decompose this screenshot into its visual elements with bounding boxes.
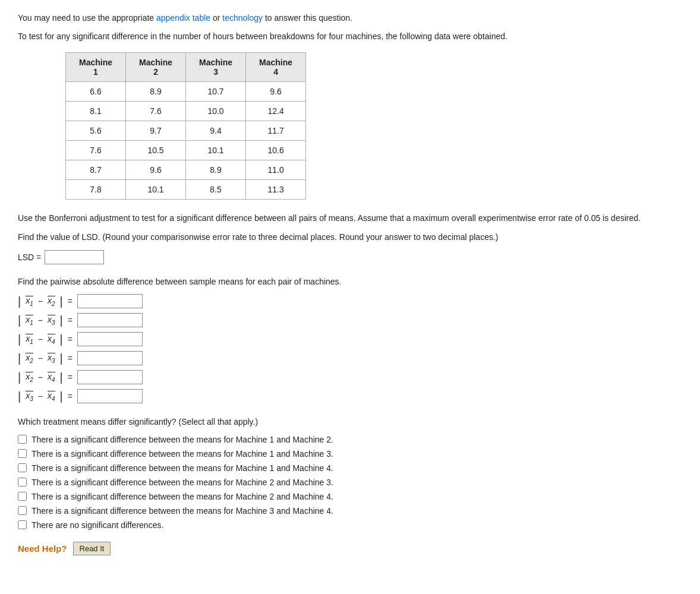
- checkbox-item-0: There is a significant difference betwee…: [18, 435, 682, 444]
- pair-input-13[interactable]: [77, 313, 143, 327]
- col-header-machine2: Machine2: [126, 53, 186, 82]
- lsd-row: LSD =: [18, 250, 682, 264]
- checkbox-13[interactable]: [18, 449, 27, 458]
- checkbox-item-4: There is a significant difference betwee…: [18, 492, 682, 501]
- need-help-section: Need Help? Read It: [18, 542, 682, 555]
- table-cell-r1c3: 12.4: [246, 102, 306, 121]
- checkbox-none[interactable]: [18, 520, 27, 529]
- checkbox-label-24: There is a significant difference betwee…: [31, 492, 333, 501]
- checkbox-34[interactable]: [18, 506, 27, 515]
- table-cell-r3c0: 7.6: [66, 141, 126, 160]
- which-section: Which treatment means differ significant…: [18, 415, 682, 529]
- col-header-machine1: Machine1: [66, 53, 126, 82]
- table-cell-r1c1: 7.6: [126, 102, 186, 121]
- checkbox-label-none: There are no significant differences.: [31, 520, 163, 530]
- table-cell-r3c1: 10.5: [126, 141, 186, 160]
- pair-row-12: | x1 − x2 | =: [18, 294, 682, 308]
- checkbox-label-23: There is a significant difference betwee…: [31, 478, 333, 487]
- table-cell-r4c2: 8.9: [186, 160, 246, 180]
- table-cell-r5c3: 11.3: [246, 180, 306, 200]
- table-cell-r4c3: 11.0: [246, 160, 306, 180]
- lsd-input[interactable]: [45, 250, 104, 264]
- table-cell-r4c0: 8.7: [66, 160, 126, 180]
- table-cell-r2c1: 9.7: [126, 121, 186, 141]
- col-header-machine4: Machine4: [246, 53, 306, 82]
- table-cell-r0c0: 6.6: [66, 82, 126, 102]
- pair-input-23[interactable]: [77, 351, 143, 365]
- intro-line1: You may need to use the appropriate appe…: [18, 12, 682, 24]
- checkbox-23[interactable]: [18, 478, 27, 486]
- table-cell-r5c0: 7.8: [66, 180, 126, 200]
- read-it-button[interactable]: Read It: [73, 542, 111, 555]
- pair-input-24[interactable]: [77, 370, 143, 384]
- table-cell-r1c0: 8.1: [66, 102, 126, 121]
- checkbox-item-1: There is a significant difference betwee…: [18, 449, 682, 459]
- appendix-table-link[interactable]: appendix table: [156, 13, 210, 23]
- checkbox-14[interactable]: [18, 463, 27, 472]
- col-header-machine3: Machine3: [186, 53, 246, 82]
- table-cell-r3c2: 10.1: [186, 141, 246, 160]
- checkbox-item-5: There is a significant difference betwee…: [18, 506, 682, 516]
- pair-row-14: | x1 − x4 | =: [18, 332, 682, 346]
- table-cell-r3c3: 10.6: [246, 141, 306, 160]
- checkbox-item-2: There is a significant difference betwee…: [18, 463, 682, 473]
- lsd-label: LSD =: [18, 252, 41, 262]
- table-cell-r0c2: 10.7: [186, 82, 246, 102]
- bonferroni-text: Use the Bonferroni adjustment to test fo…: [18, 211, 682, 225]
- pair-row-34: | x3 − x4 | =: [18, 389, 682, 403]
- lsd-instruction: Find the value of LSD. (Round your compa…: [18, 230, 682, 244]
- pair-input-34[interactable]: [77, 389, 143, 403]
- pairwise-section: Find the pairwise absolute difference be…: [18, 275, 682, 403]
- checkbox-label-34: There is a significant difference betwee…: [31, 506, 333, 516]
- table-cell-r0c3: 9.6: [246, 82, 306, 102]
- table-cell-r1c2: 10.0: [186, 102, 246, 121]
- pairwise-label: Find the pairwise absolute difference be…: [18, 275, 682, 288]
- table-cell-r4c1: 9.6: [126, 160, 186, 180]
- data-table: Machine1 Machine2 Machine3 Machine4 6.68…: [65, 52, 306, 200]
- table-cell-r2c0: 5.6: [66, 121, 126, 141]
- checkbox-label-12: There is a significant difference betwee…: [31, 435, 333, 444]
- checkbox-item-6: There are no significant differences.: [18, 520, 682, 530]
- pair-row-24: | x2 − x4 | =: [18, 370, 682, 384]
- pair-row-23: | x2 − x3 | =: [18, 351, 682, 365]
- checkbox-label-14: There is a significant difference betwee…: [31, 463, 333, 473]
- checkbox-24[interactable]: [18, 492, 27, 501]
- table-cell-r0c1: 8.9: [126, 82, 186, 102]
- intro-line2: To test for any significant difference i…: [18, 30, 682, 43]
- which-question: Which treatment means differ significant…: [18, 415, 682, 428]
- pair-input-14[interactable]: [77, 332, 143, 346]
- pair-input-12[interactable]: [77, 294, 143, 308]
- table-cell-r2c2: 9.4: [186, 121, 246, 141]
- table-cell-r5c1: 10.1: [126, 180, 186, 200]
- table-cell-r5c2: 8.5: [186, 180, 246, 200]
- need-help-label: Need Help?: [18, 544, 67, 554]
- pair-row-13: | x1 − x3 | =: [18, 313, 682, 327]
- checkbox-label-13: There is a significant difference betwee…: [31, 449, 333, 459]
- table-cell-r2c3: 11.7: [246, 121, 306, 141]
- technology-link[interactable]: technology: [222, 13, 263, 23]
- checkbox-12[interactable]: [18, 435, 27, 444]
- checkbox-item-3: There is a significant difference betwee…: [18, 478, 682, 487]
